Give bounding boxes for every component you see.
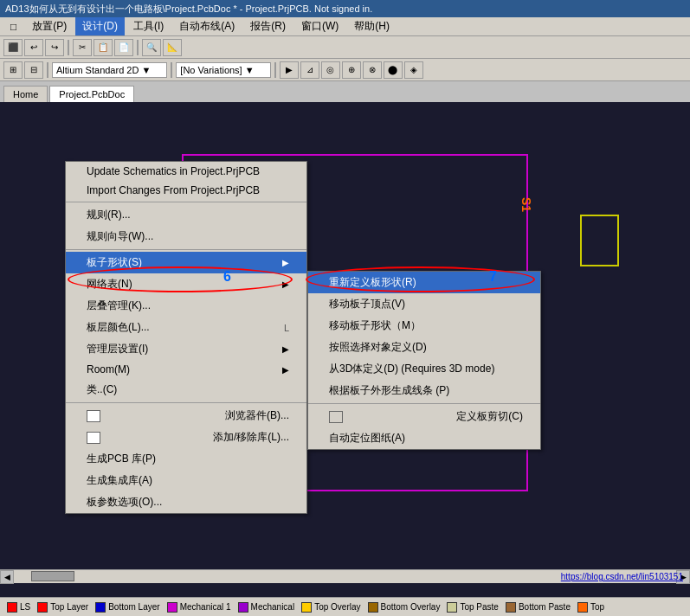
toolbar-btn-1[interactable]: ⬛ xyxy=(3,39,23,56)
bottom-overlay-indicator[interactable]: Bottom Overlay xyxy=(364,602,444,613)
toolbar-btn-8[interactable]: 📐 xyxy=(163,39,182,56)
submenu-define-cutout[interactable]: 定义板剪切(C) xyxy=(308,406,540,427)
submenu-gen-from-outline[interactable]: 根据板子外形生成线条 (P) xyxy=(308,380,540,401)
menu-place[interactable]: 放置(P) xyxy=(25,17,74,35)
submenu-define-from-selected[interactable]: 按照选择对象定义(D) xyxy=(308,337,540,358)
title-text: AD13如何从无到有设计出一个电路板\Project.PcbDoc * - Pr… xyxy=(5,3,372,16)
menu-layer-mgmt[interactable]: 层叠管理(K)... xyxy=(66,295,306,317)
status-bar: LS Top Layer Bottom Layer Mechanical 1 M… xyxy=(0,597,690,616)
menu-sep-1 xyxy=(66,202,306,202)
board-shape-arrow: ▶ xyxy=(282,258,289,267)
menu-add-remove-lib[interactable]: 添加/移除库(L)... xyxy=(66,427,306,448)
canvas-area[interactable]: DS1 R1 S1 Update Schematics in Project.P… xyxy=(0,102,690,569)
view-mode-dropdown[interactable]: Altium Standard 2D ▼ xyxy=(52,62,167,78)
mech1-color xyxy=(167,602,177,613)
menu-classes[interactable]: 类..(C) xyxy=(66,379,306,401)
bottom-layer-color xyxy=(95,602,106,613)
ls-label: LS xyxy=(20,602,30,612)
netlist-arrow: ▶ xyxy=(282,279,289,289)
top-indicator[interactable]: Top xyxy=(574,602,608,613)
menu-sep-3 xyxy=(66,402,306,403)
scroll-left-btn[interactable]: ◀ xyxy=(0,570,14,584)
top-overlay-indicator[interactable]: Top Overlay xyxy=(298,602,364,613)
menu-rules[interactable]: 规则(R)... xyxy=(66,204,306,226)
toolbar-btn-4[interactable]: ✂ xyxy=(73,39,92,56)
menu-window[interactable]: 窗口(W) xyxy=(294,17,345,35)
submenu-auto-position[interactable]: 自动定位图纸(A) xyxy=(308,427,540,449)
toolbar-sep-3 xyxy=(47,62,48,78)
top-color xyxy=(577,602,588,613)
toolbar-btn-7[interactable]: 🔍 xyxy=(142,39,161,56)
title-bar: AD13如何从无到有设计出一个电路板\Project.PcbDoc * - Pr… xyxy=(0,0,690,17)
menu-browse-components[interactable]: 浏览器件(B)... xyxy=(66,405,306,427)
toolbar-btn-5[interactable]: 📋 xyxy=(94,39,113,56)
toolbar-view-btn-7[interactable]: ⊗ xyxy=(363,61,382,79)
tab-home[interactable]: Home xyxy=(3,86,48,102)
menu-board-params[interactable]: 板参数选项(O)... xyxy=(66,491,306,513)
menu-gen-integrated[interactable]: 生成集成库(A) xyxy=(66,470,306,491)
menu-gen-pcb[interactable]: 生成PCB 库(P) xyxy=(66,448,306,470)
toolbar-sep-2 xyxy=(137,40,139,55)
mech1-indicator[interactable]: Mechanical 1 xyxy=(164,602,235,613)
scroll-thumb[interactable] xyxy=(31,571,74,581)
toolbar-view-btn-8[interactable]: ⬤ xyxy=(384,61,403,79)
ls-color xyxy=(7,602,17,613)
menu-import-changes[interactable]: Import Changes From Project.PrjPCB xyxy=(66,181,306,200)
toolbar-view-btn-9[interactable]: ◈ xyxy=(404,61,423,79)
mech2-indicator[interactable]: Mechanical xyxy=(235,602,299,613)
variation-dropdown[interactable]: [No Variations] ▼ xyxy=(176,62,270,78)
mech2-label: Mechanical xyxy=(251,602,295,612)
menu-netlist[interactable]: 网络表(N) ▶ xyxy=(66,273,306,295)
mech1-label: Mechanical 1 xyxy=(180,602,231,612)
menu-design[interactable]: 设计(D) xyxy=(75,17,125,35)
menu-help[interactable]: 帮助(H) xyxy=(347,17,397,35)
url-text[interactable]: https://blog.csdn.net/lin5103151 xyxy=(561,572,683,581)
bottom-layer-indicator[interactable]: Bottom Layer xyxy=(92,602,163,613)
toolbar-view-btn-4[interactable]: ⊿ xyxy=(300,61,319,79)
toolbar-btn-6[interactable]: 📄 xyxy=(114,39,133,56)
top-label: Top xyxy=(590,602,604,612)
top-paste-indicator[interactable]: Top Paste xyxy=(443,602,501,613)
tab-pcb[interactable]: Project.PcbDoc xyxy=(49,86,134,102)
room-arrow: ▶ xyxy=(282,365,289,375)
toolbar-sep-4 xyxy=(171,62,172,78)
toolbar-row2: ⊞ ⊟ Altium Standard 2D ▼ [No Variations]… xyxy=(0,59,690,81)
variation-label: [No Variations] xyxy=(180,65,242,75)
menu-board-shape[interactable]: 板子形状(S) ▶ xyxy=(66,252,306,273)
top-overlay-color xyxy=(301,602,312,613)
menu-file-icon[interactable]: □ xyxy=(3,19,23,35)
toolbar-view-btn-2[interactable]: ⊟ xyxy=(24,61,43,79)
bottom-paste-color xyxy=(506,602,516,613)
toolbar-view-btn-5[interactable]: ◎ xyxy=(321,61,340,79)
menu-update-schematics[interactable]: Update Schematics in Project.PrjPCB xyxy=(66,162,306,181)
menu-room[interactable]: Room(M) ▶ xyxy=(66,360,306,379)
bottom-layer-label: Bottom Layer xyxy=(108,602,159,612)
mech2-color xyxy=(238,602,248,613)
submenu-redefine-board[interactable]: 重新定义板形状(R) xyxy=(308,272,540,293)
toolbar-view-btn-1[interactable]: ⊞ xyxy=(3,61,23,79)
top-layer-label: Top Layer xyxy=(50,602,88,612)
menu-mgmt-settings[interactable]: 管理层设置(I) ▶ xyxy=(66,338,306,360)
menu-auto[interactable]: 自动布线(A) xyxy=(172,17,242,35)
h-scrollbar-bar[interactable]: ◀ ▶ https://blog.csdn.net/lin5103151 xyxy=(0,569,690,583)
toolbar-sep-1 xyxy=(68,40,69,55)
toolbar-view-btn-6[interactable]: ⊕ xyxy=(342,61,361,79)
menu-tools[interactable]: 工具(I) xyxy=(126,17,171,35)
submenu-move-vertex[interactable]: 移动板子顶点(V) xyxy=(308,293,540,315)
bottom-paste-indicator[interactable]: Bottom Paste xyxy=(502,602,574,613)
top-overlay-label: Top Overlay xyxy=(314,602,360,612)
s1-label: S1 xyxy=(519,197,533,212)
browse-icon xyxy=(87,410,100,422)
board-shape-submenu: 重新定义板形状(R) 移动板子顶点(V) 移动板子形状（M） 按照选择对象定义(… xyxy=(307,271,541,450)
toolbar-btn-3[interactable]: ↪ xyxy=(45,39,64,56)
menu-rule-wizard[interactable]: 规则向导(W)... xyxy=(66,226,306,247)
top-layer-color xyxy=(37,602,48,613)
menu-report[interactable]: 报告(R) xyxy=(243,17,293,35)
submenu-move-board[interactable]: 移动板子形状（M） xyxy=(308,315,540,337)
submenu-sep-1 xyxy=(308,403,540,404)
submenu-define-from-3d[interactable]: 从3D体定义(D) (Requires 3D mode) xyxy=(308,358,540,380)
toolbar-btn-2[interactable]: ↩ xyxy=(24,39,43,56)
top-layer-indicator[interactable]: Top Layer xyxy=(34,602,92,613)
menu-board-color[interactable]: 板层颜色(L)... L xyxy=(66,317,306,338)
toolbar-view-btn-3[interactable]: ▶ xyxy=(280,61,299,79)
